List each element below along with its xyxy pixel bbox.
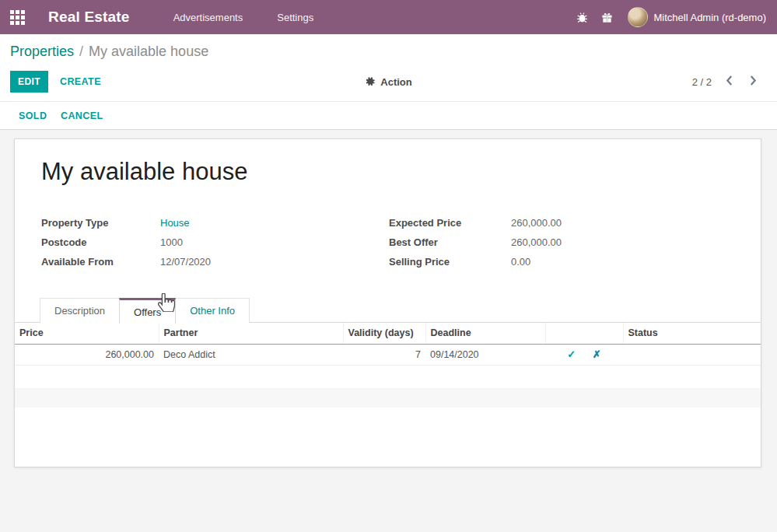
action-label: Action [380, 76, 411, 88]
control-panel: Properties/My available house EDIT CREAT… [0, 34, 777, 101]
field-label: Postcode [41, 236, 160, 248]
column-header-status[interactable]: Status [623, 323, 761, 344]
pager-count: 2 / 2 [692, 76, 712, 88]
field-best-offer: Best Offer 260,000.00 [389, 236, 562, 256]
app-name: Real Estate [48, 9, 130, 26]
breadcrumb-separator: / [79, 44, 83, 59]
odoo-window: Real Estate Advertisements Settings [0, 0, 777, 532]
notebook-tabs: Description Offers Other Info [15, 298, 761, 323]
field-label: Property Type [41, 217, 160, 229]
field-property-type: Property Type House [41, 217, 211, 236]
control-buttons-row: EDIT CREATE Action 2 / 2 [0, 71, 777, 93]
cancel-button[interactable]: CANCEL [61, 102, 103, 130]
expected-price-value: 260,000.00 [511, 217, 562, 229]
field-label: Best Offer [389, 236, 511, 248]
field-expected-price: Expected Price 260,000.00 [389, 217, 562, 236]
field-group-right: Expected Price 260,000.00 Best Offer 260… [389, 217, 562, 275]
field-label: Selling Price [389, 256, 511, 268]
field-postcode: Postcode 1000 [41, 236, 211, 256]
tab-offers[interactable]: Offers [119, 298, 176, 324]
grid-icon [10, 10, 25, 25]
user-avatar[interactable] [628, 7, 648, 27]
gift-icon [601, 12, 613, 23]
property-title: My available house [41, 158, 247, 186]
pager: 2 / 2 [692, 71, 760, 93]
topbar-right: Mitchell Admin (rd-demo) [570, 0, 777, 34]
pager-previous-button[interactable] [723, 74, 736, 89]
offer-actions: ✓ ✗ [545, 344, 623, 365]
chevron-right-icon [750, 75, 757, 86]
debug-bug-icon[interactable] [570, 0, 595, 34]
offer-partner: Deco Addict [159, 344, 343, 365]
chevron-left-icon [726, 75, 733, 86]
offer-validity: 7 [343, 344, 425, 365]
form-sheet: My available house Property Type House P… [14, 138, 761, 467]
sold-button[interactable]: SOLD [19, 102, 47, 130]
empty-row-stripe [15, 388, 761, 408]
apps-menu-icon[interactable] [0, 0, 34, 34]
best-offer-value: 260,000.00 [511, 236, 562, 248]
gear-icon [365, 76, 376, 87]
refuse-offer-x-icon[interactable]: ✗ [586, 348, 608, 360]
offer-status [623, 344, 761, 365]
top-menu: Advertisements Settings [173, 12, 314, 23]
user-menu[interactable]: Mitchell Admin (rd-demo) [654, 12, 767, 23]
available-from-value: 12/07/2020 [160, 256, 211, 268]
accept-offer-check-icon[interactable]: ✓ [560, 348, 583, 360]
selling-price-value: 0.00 [511, 256, 530, 268]
breadcrumb-current: My available house [89, 44, 208, 59]
field-selling-price: Selling Price 0.00 [389, 256, 562, 275]
field-label: Expected Price [389, 217, 511, 229]
offers-table-header: Price Partner Validity (days) Deadline S… [15, 323, 761, 344]
edit-button[interactable]: EDIT [10, 71, 48, 93]
create-button[interactable]: CREATE [60, 71, 101, 93]
field-label: Available From [41, 256, 160, 268]
gift-icon-button[interactable] [595, 0, 620, 34]
offer-row[interactable]: 260,000.00 Deco Addict 7 09/14/2020 ✓ ✗ [15, 344, 761, 365]
pager-next-button[interactable] [747, 74, 760, 89]
offer-deadline: 09/14/2020 [425, 344, 545, 365]
menu-item-settings[interactable]: Settings [277, 12, 313, 23]
column-header-validity[interactable]: Validity (days) [343, 323, 425, 344]
postcode-value: 1000 [160, 236, 183, 248]
breadcrumb-properties-link[interactable]: Properties [10, 44, 74, 59]
column-header-deadline[interactable]: Deadline [425, 323, 545, 344]
field-group-left: Property Type House Postcode 1000 Availa… [41, 217, 211, 275]
offer-price: 260,000.00 [15, 344, 159, 365]
menu-item-advertisements[interactable]: Advertisements [173, 12, 243, 23]
bug-icon [576, 12, 588, 23]
breadcrumb: Properties/My available house [10, 44, 208, 60]
tab-other-info[interactable]: Other Info [175, 298, 250, 323]
column-header-partner[interactable]: Partner [159, 323, 343, 344]
column-header-actions [545, 323, 623, 344]
property-type-link[interactable]: House [160, 217, 190, 229]
action-menu-button[interactable]: Action [342, 71, 436, 93]
top-navbar: Real Estate Advertisements Settings [0, 0, 777, 34]
offers-table: Price Partner Validity (days) Deadline S… [15, 323, 761, 366]
tab-description[interactable]: Description [40, 298, 120, 323]
column-header-price[interactable]: Price [15, 323, 159, 344]
field-available-from: Available From 12/07/2020 [41, 256, 211, 275]
form-statusbar: SOLD CANCEL [0, 101, 777, 130]
